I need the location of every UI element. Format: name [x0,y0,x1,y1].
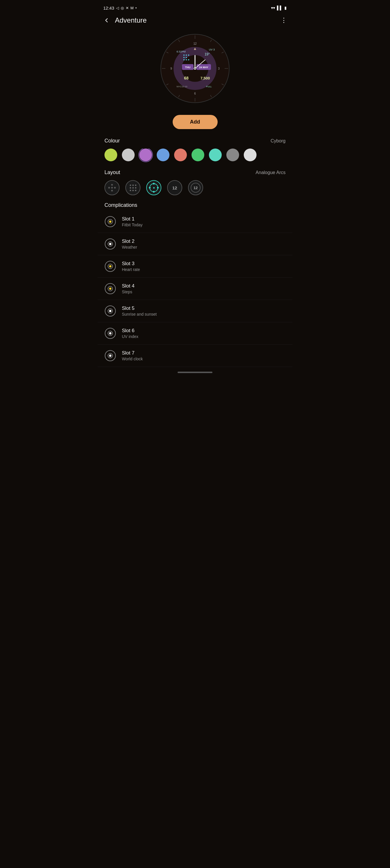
navigation-icon: ◁ [116,6,119,10]
colour-current-value: Cyborg [270,138,286,144]
complication-slot-5[interactable]: Slot 5 Sunrise and sunset [97,300,293,322]
gmail-icon: M [130,6,134,10]
svg-text:68: 68 [184,76,189,80]
swatch-blue[interactable] [157,149,170,161]
swatch-coral[interactable] [174,149,187,161]
colour-section: Colour Cyborg [97,138,293,162]
slot-5-value: Sunrise and sunset [122,312,157,316]
svg-point-55 [109,310,112,312]
slot-6-label: Slot 6 [122,328,139,334]
svg-point-61 [109,354,112,357]
slot-3-label: Slot 3 [122,261,140,267]
slot-1-icon [104,216,116,227]
slot-7-label: Slot 7 [122,350,143,356]
slot-1-value: Fitbit Today [122,222,143,227]
svg-rect-25 [186,55,187,56]
watch-face-preview: 12 3 6 9 THU 24 MAY 19° UV 3 6:32PM [160,34,230,103]
slot-7-text: Slot 7 World clock [122,350,143,361]
svg-rect-28 [186,57,187,58]
slot-7-value: World clock [122,356,143,361]
slot-1-text: Slot 1 Fitbit Today [122,216,143,227]
svg-rect-24 [183,55,185,56]
svg-text:12: 12 [193,42,197,45]
layout-option-ring-dots[interactable] [146,180,161,195]
swatch-light-gray[interactable] [122,149,134,161]
home-bar [178,372,212,373]
swatch-green[interactable] [191,149,204,161]
add-button[interactable]: Add [173,115,218,129]
colour-swatches-row [104,149,286,162]
home-indicator [97,367,293,375]
slot-6-value: UV index [122,334,139,339]
add-button-container: Add [97,112,293,138]
status-left: 12:43 ◁ ◎ ✕ M • [103,5,137,10]
slot-5-icon [104,305,116,317]
overflow-menu-button[interactable]: ⋮ [280,16,288,24]
wifi-icon: ▾▾ [271,5,275,10]
svg-text:3: 3 [218,67,220,70]
slot-3-value: Heart rate [122,267,140,272]
svg-point-46 [109,243,112,245]
svg-rect-30 [186,59,187,60]
notification-dot: • [135,6,137,10]
layout-section: Layout Analogue Arcs [97,169,293,195]
complication-slot-2[interactable]: Slot 2 Weather [97,233,293,255]
svg-point-58 [109,332,112,335]
layout-option-number-12[interactable]: 12 [167,180,182,195]
colour-section-header: Colour Cyborg [104,138,286,144]
back-button[interactable] [102,16,110,24]
complications-section: Complications Slot 1 Fitbit Today Slot 2… [97,202,293,367]
complication-slot-4[interactable]: Slot 4 Steps [97,278,293,300]
slot-6-icon [104,328,116,339]
swatch-teal[interactable] [209,149,222,161]
slot-4-value: Steps [122,289,134,294]
svg-point-52 [109,287,112,290]
layout-option-dots-minimal[interactable] [104,180,120,195]
svg-rect-26 [188,55,189,56]
slot-7-icon [104,350,116,362]
slot-5-text: Slot 5 Sunrise and sunset [122,306,157,316]
svg-rect-29 [183,59,185,60]
svg-text:FULL: FULL [206,85,212,88]
slot-4-text: Slot 4 Steps [122,283,134,294]
svg-rect-27 [183,57,185,58]
layout-section-header: Layout Analogue Arcs [104,169,286,176]
layout-options-row: 12 12 [104,180,286,195]
svg-text:NYC10:10: NYC10:10 [177,85,187,88]
slot-2-label: Slot 2 [122,239,137,244]
swatch-purple[interactable] [139,149,152,161]
watch-preview-container: 12 3 6 9 THU 24 MAY 19° UV 3 6:32PM [97,28,293,112]
swatch-yellow-green[interactable] [104,149,117,161]
whatsapp-icon: ◎ [121,6,124,10]
swatch-mid-gray[interactable] [226,149,239,161]
complication-slot-1[interactable]: Slot 1 Fitbit Today [97,211,293,233]
svg-text:7,500: 7,500 [201,76,210,80]
swatch-near-white[interactable] [244,149,257,161]
slot-2-icon [104,238,116,250]
slot-2-text: Slot 2 Weather [122,239,137,249]
top-nav: Adventure ⋮ [97,14,293,28]
complication-slot-3[interactable]: Slot 3 Heart rate [97,255,293,278]
svg-text:6:32PM: 6:32PM [176,50,185,53]
svg-point-39 [194,68,196,69]
layout-section-title: Layout [104,169,120,176]
svg-text:6: 6 [194,92,196,95]
status-time: 12:43 [103,5,114,10]
x-icon: ✕ [126,6,129,10]
complication-slot-6[interactable]: Slot 6 UV index [97,322,293,345]
page-title: Adventure [115,16,147,24]
status-bar: 12:43 ◁ ◎ ✕ M • ▾▾ ▌▌ ▮ [97,0,293,14]
layout-current-value: Analogue Arcs [256,170,286,175]
slot-5-label: Slot 5 [122,306,157,311]
layout-12-label: 12 [172,185,177,190]
svg-point-49 [109,265,112,268]
status-right-icons: ▾▾ ▌▌ ▮ [271,5,287,10]
signal-icon: ▌▌ [277,5,282,10]
battery-icon: ▮ [284,5,287,10]
layout-option-number-12-ring[interactable]: 12 [188,180,203,195]
svg-text:UV 3: UV 3 [209,48,215,51]
colour-section-title: Colour [104,138,120,144]
layout-option-dots-scatter[interactable] [125,180,141,195]
svg-text:24 MAY: 24 MAY [199,66,208,69]
complication-slot-7[interactable]: Slot 7 World clock [97,345,293,367]
